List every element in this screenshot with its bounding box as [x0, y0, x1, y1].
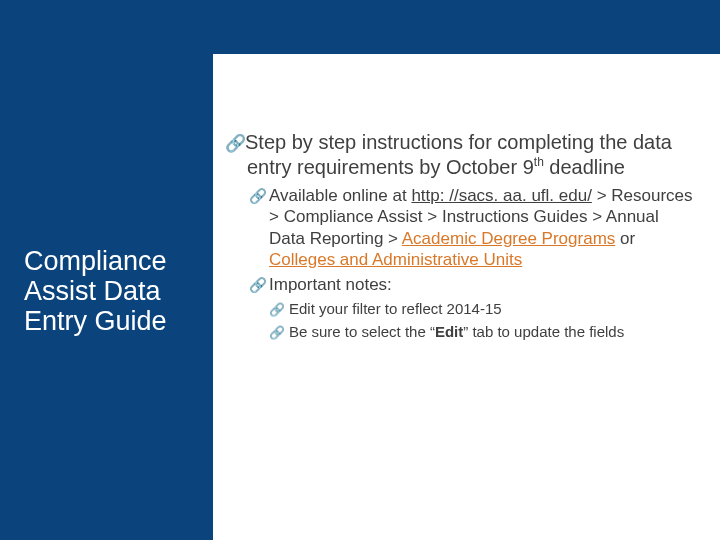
- avail-c: or: [615, 229, 635, 248]
- link-icon: 🔗: [249, 187, 269, 205]
- step-sup: th: [534, 155, 544, 169]
- bullet-note-filter: 🔗Edit your filter to reflect 2014-15: [225, 299, 695, 319]
- note2-b: ” tab to update the fields: [463, 323, 624, 340]
- left-panel: Compliance Assist Data Entry Guide: [0, 0, 213, 540]
- avail-a: Available online at: [269, 186, 411, 205]
- note2-bold: Edit: [435, 323, 463, 340]
- link-sacs[interactable]: http: //sacs. aa. ufl. edu/: [411, 186, 592, 205]
- slide-title: Compliance Assist Data Entry Guide: [24, 246, 199, 337]
- note2-a: Be sure to select the “: [289, 323, 435, 340]
- link-colleges-admin-units[interactable]: Colleges and Administrative Units: [269, 250, 522, 269]
- notes-label: Important notes:: [269, 275, 392, 294]
- note1-text: Edit your filter to reflect 2014-15: [289, 300, 502, 317]
- link-icon: 🔗: [225, 134, 245, 155]
- link-academic-degree-programs[interactable]: Academic Degree Programs: [402, 229, 616, 248]
- content-area: 🔗Step by step instructions for completin…: [225, 130, 695, 345]
- link-icon: 🔗: [269, 302, 289, 319]
- link-icon: 🔗: [249, 276, 269, 294]
- bullet-important-notes: 🔗Important notes:: [225, 274, 695, 295]
- bullet-available-online: 🔗Available online at http: //sacs. aa. u…: [225, 185, 695, 270]
- slide: Compliance Assist Data Entry Guide 🔗Step…: [0, 0, 720, 540]
- bullet-note-edit-tab: 🔗Be sure to select the “Edit” tab to upd…: [225, 322, 695, 342]
- link-icon: 🔗: [269, 325, 289, 342]
- step-text-b: deadline: [544, 156, 625, 178]
- bullet-step-instructions: 🔗Step by step instructions for completin…: [225, 130, 695, 179]
